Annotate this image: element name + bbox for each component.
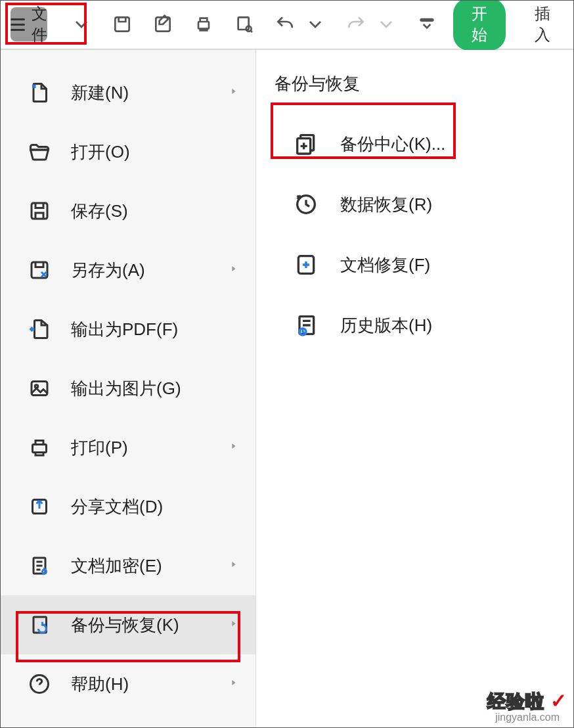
- menu-backup-restore-label: 备份与恢复(K): [71, 614, 179, 637]
- save-as-icon[interactable]: [152, 14, 173, 35]
- undo-icon[interactable]: [275, 14, 296, 35]
- help-icon: [26, 671, 53, 697]
- folder-open-icon: [26, 139, 53, 165]
- data-recovery-icon: [292, 190, 320, 219]
- chevron-right-icon: [229, 87, 238, 99]
- menu-print[interactable]: 打印(P): [0, 418, 255, 477]
- menu-encrypt-label: 文档加密(E): [71, 555, 162, 578]
- menu-help[interactable]: 帮助(H): [0, 654, 255, 714]
- menu-export-image[interactable]: 输出为图片(G): [0, 359, 255, 418]
- file-menu-panel: 新建(N) 打开(O) 保存(S) 另存为(A) 输: [0, 50, 256, 728]
- svg-rect-8: [32, 382, 47, 396]
- new-file-icon: [26, 80, 53, 106]
- more-dropdown-icon[interactable]: [416, 14, 437, 35]
- share-icon: [26, 493, 53, 520]
- chevron-right-icon: [229, 442, 238, 453]
- submenu-history-label: 历史版本(H): [340, 314, 432, 337]
- print-preview-icon[interactable]: [234, 14, 255, 35]
- redo-icon[interactable]: [345, 14, 366, 35]
- submenu-heading: 备份与恢复: [275, 72, 574, 95]
- watermark: 经验啦 ✓ jingyanla.com: [487, 691, 567, 723]
- chevron-down-icon[interactable]: [305, 14, 326, 35]
- svg-rect-6: [32, 203, 47, 219]
- tab-start[interactable]: 开始: [453, 0, 506, 51]
- hamburger-icon: [11, 18, 25, 31]
- chevron-right-icon: [229, 560, 238, 572]
- submenu-backup-center[interactable]: 备份中心(K)...: [275, 114, 574, 174]
- export-pdf-icon: [26, 316, 53, 342]
- menu-print-label: 打印(P): [71, 436, 128, 459]
- backup-restore-icon: [26, 612, 53, 638]
- export-image-icon: [26, 375, 53, 401]
- svg-rect-0: [115, 17, 129, 31]
- print-icon: [26, 434, 53, 461]
- backup-restore-submenu: 备份与恢复 备份中心(K)... 数据恢复(R) 文档修复(F) 历史版本(H): [256, 50, 574, 728]
- menu-export-pdf-label: 输出为PDF(F): [71, 318, 178, 341]
- watermark-text: 经验啦: [487, 691, 544, 712]
- menu-open[interactable]: 打开(O): [0, 122, 255, 181]
- submenu-data-recovery[interactable]: 数据恢复(R): [275, 174, 574, 235]
- menu-share[interactable]: 分享文档(D): [0, 477, 255, 536]
- encrypt-icon: [26, 553, 53, 579]
- file-button[interactable]: 文件: [11, 7, 47, 41]
- menu-new[interactable]: 新建(N): [0, 63, 255, 122]
- menu-new-label: 新建(N): [71, 81, 129, 104]
- submenu-doc-repair-label: 文档修复(F): [340, 254, 430, 277]
- doc-repair-icon: [292, 250, 320, 279]
- menu-open-label: 打开(O): [71, 141, 130, 164]
- menu-save-label: 保存(S): [71, 200, 128, 223]
- history-icon: [292, 311, 320, 340]
- save-icon[interactable]: [112, 14, 133, 35]
- svg-rect-10: [33, 445, 47, 453]
- menu-save[interactable]: 保存(S): [0, 181, 255, 240]
- save-icon: [26, 198, 53, 224]
- checkmark-icon: ✓: [550, 690, 567, 712]
- print-icon[interactable]: [193, 14, 214, 35]
- chevron-right-icon: [229, 678, 238, 690]
- backup-center-icon: [292, 129, 320, 158]
- tab-start-label: 开始: [472, 5, 487, 43]
- submenu-backup-center-label: 备份中心(K)...: [340, 133, 445, 156]
- quick-toolbar-icons: [71, 14, 437, 35]
- menu-save-as-label: 另存为(A): [71, 259, 145, 282]
- file-button-label: 文件: [32, 3, 47, 45]
- top-toolbar: 文件 开始 插入 页面布局: [0, 0, 574, 50]
- submenu-doc-repair[interactable]: 文档修复(F): [275, 235, 574, 295]
- watermark-url: jingyanla.com: [487, 712, 567, 723]
- menu-export-pdf[interactable]: 输出为PDF(F): [0, 300, 255, 359]
- submenu-history[interactable]: 历史版本(H): [275, 295, 574, 355]
- tab-insert[interactable]: 插入: [535, 3, 550, 45]
- menu-export-image-label: 输出为图片(G): [71, 377, 181, 400]
- chevron-right-icon: [229, 264, 238, 276]
- save-as-icon: [26, 257, 53, 283]
- svg-rect-5: [421, 19, 433, 21]
- menu-encrypt[interactable]: 文档加密(E): [0, 536, 255, 595]
- svg-rect-2: [198, 22, 209, 29]
- menu-backup-restore[interactable]: 备份与恢复(K): [0, 595, 255, 654]
- chevron-down-icon[interactable]: [71, 14, 92, 35]
- menu-save-as[interactable]: 另存为(A): [0, 240, 255, 300]
- menu-help-label: 帮助(H): [71, 673, 129, 696]
- menu-share-label: 分享文档(D): [71, 495, 163, 518]
- submenu-data-recovery-label: 数据恢复(R): [340, 193, 432, 216]
- chevron-right-icon: [229, 619, 238, 631]
- chevron-down-icon[interactable]: [376, 14, 397, 35]
